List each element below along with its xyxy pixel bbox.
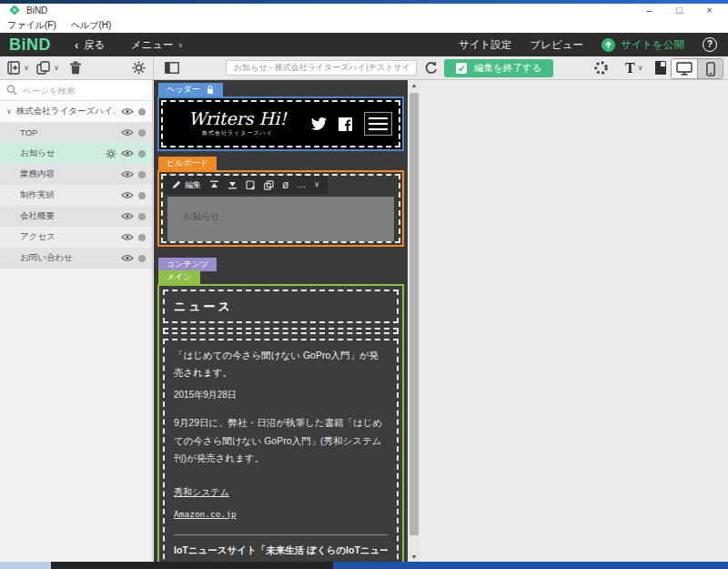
header-block[interactable]: Writers Hi! 株式会社ライターズハイ: [157, 97, 404, 151]
trash-icon: [69, 61, 82, 75]
page-settings-button[interactable]: [132, 56, 146, 79]
close-button[interactable]: ×: [694, 4, 724, 17]
facebook-icon[interactable]: [339, 117, 352, 131]
menu-dropdown[interactable]: メニュー ∨: [131, 38, 184, 52]
page-title-field[interactable]: [226, 60, 417, 76]
edit-block-button[interactable]: 編集: [172, 179, 201, 191]
site-settings-button[interactable]: サイト設定: [459, 38, 511, 52]
delete-page-button[interactable]: [69, 56, 82, 79]
add-page-button[interactable]: ∨: [7, 56, 29, 79]
bind-app-icon: [9, 5, 19, 15]
site-preview-canvas: ヘッダー Writers Hi! 株式会社ライターズハイ: [154, 80, 408, 562]
back-button[interactable]: ‹ 戻る: [75, 38, 106, 52]
scroll-down-icon[interactable]: ▼: [408, 554, 420, 560]
chevron-left-icon: ‹: [75, 38, 78, 52]
scrollbar-thumb[interactable]: [410, 93, 419, 535]
chevron-down-icon: ∨: [54, 64, 59, 72]
finish-editing-button[interactable]: 編集を終了する: [444, 59, 553, 77]
sidebar-site-root[interactable]: ∨ 株式会社ライターズハイ…: [0, 101, 152, 122]
scroll-up-icon[interactable]: ▲: [408, 82, 420, 88]
block-layout-button[interactable]: [655, 56, 666, 79]
bind-logo: BiND: [9, 36, 51, 55]
checkbox-icon: [456, 63, 467, 74]
menu-help[interactable]: ヘルプ(H): [71, 19, 112, 32]
status-dot: [138, 171, 146, 178]
maximize-button[interactable]: □: [664, 4, 694, 17]
status-dot: [138, 150, 146, 157]
lock-icon: [206, 85, 215, 95]
menubar: ファイル(F) ヘルプ(H): [0, 17, 728, 33]
main-block[interactable]: ニュース 「はじめての今さら聞けない GoPro入門」が発売されます。 2015…: [157, 284, 404, 562]
header-section-tab[interactable]: ヘッダー: [158, 83, 223, 97]
gear-icon[interactable]: [106, 148, 116, 159]
twitter-icon[interactable]: [311, 117, 327, 130]
sidebar-item-contact[interactable]: お問い合わせ: [0, 248, 152, 269]
desktop-edge-bottom-left: [0, 562, 51, 569]
eye-icon[interactable]: [121, 149, 134, 157]
preview-scrollbar[interactable]: ▲ ▼: [408, 80, 420, 562]
more-options-icon[interactable]: …: [297, 180, 306, 189]
toggle-sidebar-button[interactable]: [165, 56, 179, 79]
article-block[interactable]: 「はじめての今さら聞けない GoPro入門」が発売されます。 2015年9月28…: [163, 339, 399, 562]
chevron-down-icon[interactable]: ∨: [314, 181, 319, 188]
eye-icon[interactable]: [121, 212, 134, 220]
news-heading-block[interactable]: ニュース: [163, 290, 399, 323]
billboard-section-tab[interactable]: ビルボード: [158, 157, 217, 170]
preview-button[interactable]: プレビュー: [530, 38, 583, 52]
hamburger-menu-icon[interactable]: [364, 112, 392, 136]
window-controls: – □ ×: [634, 4, 724, 17]
link-shuwa-system[interactable]: 秀和システム: [174, 486, 229, 499]
eye-icon[interactable]: [121, 191, 134, 199]
chevron-down-icon: ∨: [24, 64, 29, 72]
billboard-block[interactable]: 編集 ø … ∨: [157, 170, 404, 247]
site-color-button[interactable]: [593, 56, 609, 79]
duplicate-page-button[interactable]: ∨: [36, 56, 59, 79]
move-to-top-icon[interactable]: [209, 180, 219, 189]
sidebar-item-works[interactable]: 制作実績: [0, 185, 152, 206]
reload-button[interactable]: [424, 56, 439, 79]
menu-file[interactable]: ファイル(F): [7, 19, 56, 32]
help-icon[interactable]: ?: [703, 37, 717, 52]
sidebar-item-top[interactable]: TOP: [0, 122, 152, 143]
next-article-title: IoTニュースサイト「未来生活 ぼくらのIoTニュースマガ: [174, 542, 388, 559]
hide-block-icon[interactable]: ø: [282, 179, 288, 190]
eye-icon[interactable]: [121, 170, 134, 178]
status-dot: [138, 129, 146, 137]
article-date: 2015年9月28日: [174, 387, 388, 404]
link-amazon[interactable]: Amazon.co.jp: [174, 508, 237, 520]
chevron-down-icon: ∨: [6, 107, 12, 116]
move-to-bottom-icon[interactable]: [228, 180, 238, 189]
sidebar-item-news[interactable]: お知らせ: [0, 143, 152, 164]
mobile-view-button[interactable]: [697, 59, 723, 78]
minimize-button[interactable]: –: [634, 4, 664, 17]
contents-section-tab[interactable]: コンテンツ: [158, 258, 217, 271]
eye-icon[interactable]: [121, 233, 134, 241]
desktop-view-button[interactable]: [672, 59, 697, 78]
toolbar-divider: [153, 56, 154, 79]
font-settings-button[interactable]: T ∨: [625, 56, 643, 79]
copy-pages-icon: [36, 61, 51, 75]
billboard-placeholder[interactable]: お知らせ: [167, 197, 394, 241]
empty-block[interactable]: [163, 328, 399, 334]
article-divider: [174, 534, 388, 535]
sidebar-item-services[interactable]: 業務内容: [0, 164, 152, 185]
sidebar-panel-icon: [165, 62, 179, 74]
upload-circle-icon: [602, 38, 615, 52]
status-dot: [138, 192, 146, 199]
status-dot: [138, 255, 146, 262]
add-page-icon: [7, 61, 21, 75]
eye-icon[interactable]: [121, 128, 134, 137]
add-block-icon[interactable]: [246, 180, 256, 190]
main-section-tab[interactable]: メイン: [158, 270, 200, 284]
eye-icon[interactable]: [121, 107, 134, 116]
sidebar-item-company[interactable]: 会社概要: [0, 206, 152, 227]
publish-site-button[interactable]: サイトを公開: [602, 38, 684, 52]
status-dot: [138, 213, 146, 220]
app-toolbar: BiND ‹ 戻る メニュー ∨ サイト設定 プレビュー サイトを公開 ?: [0, 33, 728, 56]
eye-icon[interactable]: [121, 254, 134, 262]
sidebar-item-access[interactable]: アクセス: [0, 227, 152, 248]
duplicate-block-icon[interactable]: [264, 180, 274, 190]
article-body: 9月29日に、弊社・日沼が執筆した書籍「はじめての今さら聞けない GoPro入門…: [174, 414, 388, 467]
search-input[interactable]: [23, 86, 130, 96]
status-dot: [138, 234, 146, 241]
